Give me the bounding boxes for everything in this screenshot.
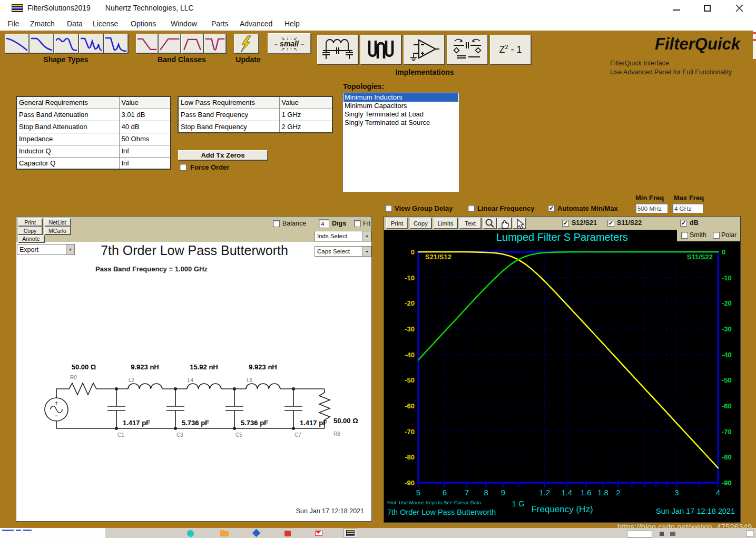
table-row: Inductor QInf	[16, 145, 171, 157]
schematic-print-button[interactable]: Print	[18, 218, 42, 226]
pan-tool-button[interactable]	[497, 218, 512, 229]
update-button[interactable]	[234, 34, 259, 53]
taskbar-item[interactable]	[627, 531, 652, 537]
shape-type-button-2[interactable]	[30, 34, 54, 53]
schematic-annote-button[interactable]: Annote	[18, 235, 44, 242]
schematic-timestamp: Sun Jan 17 12:18 2021	[296, 507, 364, 515]
svg-text:-40: -40	[405, 351, 415, 359]
zoom-tool-button[interactable]	[483, 218, 496, 229]
implementation-digital-button[interactable]: Z2 - 1	[490, 35, 531, 64]
chart-limits-button[interactable]: Limits	[434, 218, 457, 229]
topology-item[interactable]: Minimum Inductors	[343, 93, 458, 102]
ref-r0: R0	[70, 375, 77, 380]
implementation-distributed-button[interactable]	[360, 35, 401, 64]
chart-panel: Print Copy Limits Text ✓ S12/S21 ✓ S11/S…	[384, 216, 741, 523]
menu-advanced[interactable]: Advanced	[240, 19, 272, 28]
topology-item[interactable]: Singly Terminated at Source	[343, 119, 458, 127]
chart-text-button[interactable]: Text	[459, 218, 481, 229]
smith-polar-box: Smith Polar	[677, 230, 740, 241]
ref-l6: L6	[247, 377, 253, 383]
menu-parts[interactable]: Parts	[211, 19, 229, 28]
s11-s22-checkbox[interactable]: ✓	[607, 220, 614, 227]
fit-checkbox[interactable]	[354, 220, 361, 227]
maximize-button[interactable]	[704, 5, 711, 12]
band-curve-icon	[136, 35, 158, 53]
band-class-button-highpass[interactable]	[159, 34, 181, 53]
implementation-lumped-button[interactable]	[317, 35, 358, 64]
automate-minmax-checkbox[interactable]: ✓	[548, 205, 555, 212]
taskbar-app-icon[interactable]	[284, 531, 291, 536]
balance-checkbox[interactable]	[273, 220, 280, 227]
z-transform-icon: Z2 - 1	[499, 44, 522, 55]
s-parameter-plot[interactable]: 567891.21.41.61.82341 G00-10-10-20-20-30…	[384, 230, 740, 522]
s12-s21-checkbox[interactable]: ✓	[562, 220, 569, 227]
implementation-switched-cap-button[interactable]	[447, 35, 488, 64]
inds-select-dropdown[interactable]: Inds Select ▼	[315, 231, 371, 241]
shape-type-button-5[interactable]	[104, 34, 128, 53]
svg-text:−: −	[54, 412, 58, 419]
force-order-checkbox[interactable]	[180, 164, 186, 171]
linear-frequency-checkbox[interactable]	[468, 205, 475, 212]
svg-text:9: 9	[501, 488, 505, 497]
taskbar-app-icon[interactable]	[187, 530, 194, 537]
band-class-button-bandstop[interactable]	[204, 34, 226, 53]
check-icon: ✓	[608, 220, 613, 226]
resistor-r0	[69, 383, 116, 395]
chart-copy-button[interactable]: Copy	[410, 218, 431, 229]
menu-file[interactable]: File	[7, 19, 19, 28]
close-button[interactable]	[735, 4, 743, 12]
taskbar-app-icon[interactable]	[252, 529, 261, 537]
band-class-button-bandpass[interactable]	[181, 34, 203, 53]
digits-input[interactable]	[319, 219, 329, 228]
shrink-label: small	[280, 41, 299, 46]
topology-item[interactable]: Minimum Capacitors	[343, 102, 458, 110]
minimize-button[interactable]	[673, 9, 680, 11]
hand-icon	[499, 218, 510, 229]
max-freq-input[interactable]	[672, 203, 703, 213]
window-title: FilterSolutions2019	[27, 4, 91, 12]
menu-zmatch[interactable]: Zmatch	[30, 19, 55, 28]
inductor-l4	[187, 384, 246, 389]
automate-minmax-label: Automate Min/Max	[557, 204, 618, 212]
taskbar-active-app[interactable]	[343, 529, 357, 537]
shape-types-label: Shape Types	[21, 55, 111, 64]
chart-print-button[interactable]: Print	[386, 218, 408, 229]
low-pass-requirements-table: Low Pass RequirementsValue Pass Band Fre…	[178, 96, 333, 133]
schematic-copy-button[interactable]: Copy	[18, 227, 42, 234]
cursor-tool-button[interactable]	[513, 218, 526, 229]
taskbar-white-area	[0, 528, 105, 538]
menu-window[interactable]: Window	[171, 19, 197, 28]
schematic-mcarlo-button[interactable]: MCarlo	[44, 227, 71, 234]
svg-text:1.2: 1.2	[539, 488, 550, 497]
min-freq-label: Min Freq	[635, 194, 664, 202]
menu-options[interactable]: Options	[131, 19, 156, 28]
circuit-schematic[interactable]: +− 50.00 Ω 9.923 nH 15.92 nH 9.923 nH 1.…	[37, 360, 364, 444]
menu-help[interactable]: Help	[284, 19, 300, 28]
taskbar-mail-icon[interactable]	[315, 531, 322, 536]
shape-type-button-1[interactable]	[5, 34, 29, 53]
polar-checkbox[interactable]	[713, 232, 720, 239]
db-checkbox[interactable]: ✓	[680, 220, 687, 227]
filter-solutions-taskbar-icon	[346, 530, 355, 536]
menu-license[interactable]: License	[93, 19, 118, 28]
smith-checkbox[interactable]	[681, 232, 688, 239]
topology-item[interactable]: Singly Terminated at Load	[343, 110, 458, 119]
schematic-netlist-button[interactable]: NetList	[44, 218, 71, 226]
shape-type-button-4[interactable]	[79, 34, 103, 53]
implementation-active-button[interactable]	[404, 35, 445, 64]
view-group-delay-checkbox[interactable]	[385, 205, 392, 212]
taskbar	[0, 528, 756, 538]
shrink-panel-button[interactable]: ↘ ↓ ↓ ↙ → small ← ↗ ↑ ↑ ↖	[268, 33, 311, 54]
taskbar-folder-icon[interactable]	[220, 531, 229, 536]
band-class-button-lowpass[interactable]	[136, 34, 158, 53]
chevron-down-icon[interactable]: ▼	[362, 231, 371, 241]
column-header: Value	[119, 96, 171, 109]
cursor-arrow-icon	[514, 218, 525, 229]
shape-curve-icon	[80, 35, 103, 53]
shape-type-button-3[interactable]	[54, 34, 78, 53]
check-icon: ✓	[549, 206, 554, 211]
taskbar-item[interactable]	[746, 530, 753, 537]
menu-data[interactable]: Data	[67, 19, 83, 28]
add-tx-zeros-button[interactable]: Add Tx Zeros	[178, 150, 268, 160]
min-freq-input[interactable]	[635, 203, 668, 213]
